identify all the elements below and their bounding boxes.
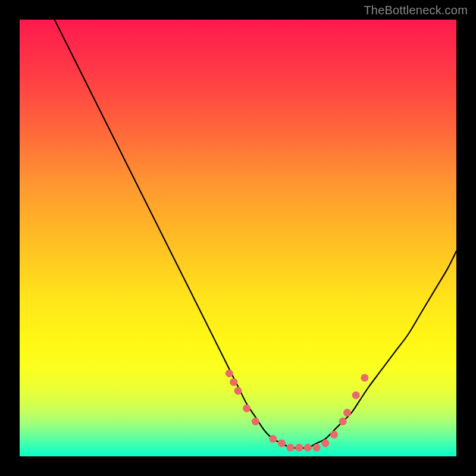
marker-dot	[313, 444, 321, 452]
marker-dot	[230, 378, 237, 386]
marker-dot	[269, 435, 277, 443]
watermark-text: TheBottleneck.com	[364, 4, 468, 17]
curve-svg	[20, 20, 456, 456]
marker-dot	[321, 440, 329, 447]
marker-dot	[287, 444, 295, 452]
marker-dot	[339, 418, 347, 425]
plot-area	[20, 20, 456, 456]
marker-dot	[343, 409, 351, 416]
bottleneck-curve	[55, 20, 456, 448]
marker-dot	[243, 405, 250, 412]
chart-frame: TheBottleneck.com	[0, 0, 476, 476]
marker-dot	[252, 418, 259, 425]
marker-dot	[295, 444, 303, 452]
marker-dot	[234, 387, 242, 394]
highlight-markers	[226, 369, 369, 452]
marker-dot	[352, 392, 360, 399]
marker-dot	[278, 440, 286, 447]
marker-dot	[330, 431, 338, 439]
marker-dot	[226, 369, 233, 377]
marker-dot	[361, 374, 368, 381]
marker-dot	[304, 444, 312, 452]
